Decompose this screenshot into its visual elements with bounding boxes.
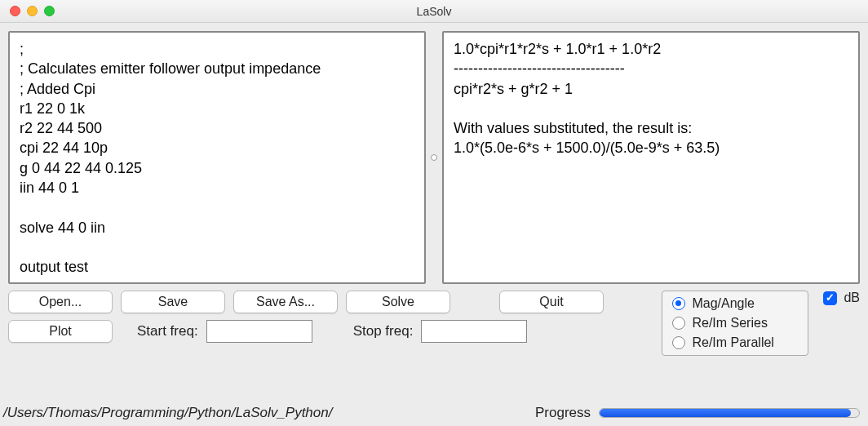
controls: Open... Save Save As... Solve Quit Plot … xyxy=(8,291,860,356)
right-cluster: Mag/Angle Re/Im Series Re/Im Parallel dB xyxy=(662,291,860,356)
input-pane[interactable]: ; ; Calculates emitter follower output i… xyxy=(8,31,426,284)
radio-reim-series-label: Re/Im Series xyxy=(692,316,767,331)
radio-reim-parallel-input[interactable] xyxy=(672,336,685,349)
radio-mag-angle-label: Mag/Angle xyxy=(692,296,755,311)
radio-reim-parallel-label: Re/Im Parallel xyxy=(692,335,773,350)
progress-fill xyxy=(600,409,851,417)
pane-splitter[interactable] xyxy=(431,31,437,284)
statusbar: /Users/Thomas/Programming/Python/LaSolv_… xyxy=(0,402,868,426)
radio-reim-series[interactable]: Re/Im Series xyxy=(672,316,798,331)
radio-reim-parallel[interactable]: Re/Im Parallel xyxy=(672,335,798,350)
traffic-lights xyxy=(0,6,55,16)
save-as-button[interactable]: Save As... xyxy=(233,291,338,313)
output-pane: 1.0*cpi*r1*r2*s + 1.0*r1 + 1.0*r2 ------… xyxy=(442,31,860,284)
radio-reim-series-input[interactable] xyxy=(672,317,685,330)
db-checkbox[interactable] xyxy=(823,291,837,305)
save-button[interactable]: Save xyxy=(121,291,225,313)
quit-button[interactable]: Quit xyxy=(499,291,604,313)
content-area: ; ; Calculates emitter follower output i… xyxy=(0,23,868,402)
splitter-handle-icon xyxy=(431,154,437,161)
stop-freq-label: Stop freq: xyxy=(353,323,414,339)
maximize-icon[interactable] xyxy=(44,6,55,16)
editor-panes: ; ; Calculates emitter follower output i… xyxy=(8,31,860,284)
stop-freq-input[interactable] xyxy=(421,320,527,343)
progress-label: Progress xyxy=(535,405,591,421)
window-title: LaSolv xyxy=(0,5,868,18)
radio-mag-angle-input[interactable] xyxy=(672,297,685,310)
solve-button[interactable]: Solve xyxy=(346,291,450,313)
plot-button[interactable]: Plot xyxy=(8,320,113,343)
format-radio-group: Mag/Angle Re/Im Series Re/Im Parallel xyxy=(662,291,808,356)
progress-bar xyxy=(599,408,860,418)
db-label: dB xyxy=(844,291,860,305)
start-freq-label: Start freq: xyxy=(137,323,198,339)
radio-mag-angle[interactable]: Mag/Angle xyxy=(672,296,798,311)
app-window: LaSolv ; ; Calculates emitter follower o… xyxy=(0,0,868,426)
open-button[interactable]: Open... xyxy=(8,291,113,313)
db-checkbox-row[interactable]: dB xyxy=(823,291,860,305)
titlebar: LaSolv xyxy=(0,0,868,23)
status-path: /Users/Thomas/Programming/Python/LaSolv_… xyxy=(3,405,527,421)
close-icon[interactable] xyxy=(10,6,20,16)
start-freq-input[interactable] xyxy=(206,320,312,343)
minimize-icon[interactable] xyxy=(27,6,38,16)
